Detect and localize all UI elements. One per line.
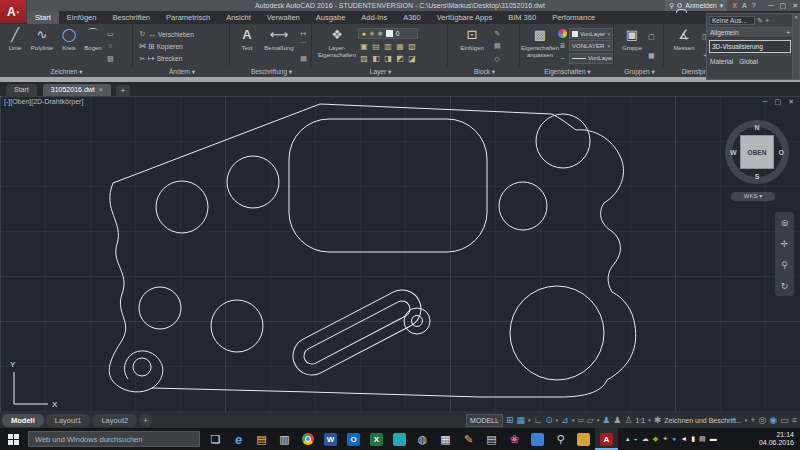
palette-pick-icon[interactable]: ✎ (757, 17, 763, 25)
help-icon[interactable]: ? (752, 2, 756, 9)
panel-label-layer[interactable]: Layer ▾ (313, 66, 448, 77)
ribbon-tab-beschriften[interactable]: Beschriften (104, 11, 158, 24)
taskbar-autocad[interactable]: A (595, 428, 618, 450)
workspace-gear-icon[interactable]: ✱ (654, 413, 662, 427)
color-wheel-icon[interactable] (558, 29, 567, 38)
viewport-controls-label[interactable]: [-][Oben][2D-Drahtkörper] (4, 98, 83, 105)
layer-tool-icon[interactable]: ▤ (370, 41, 382, 53)
viewcube[interactable]: N S W O OBEN (721, 116, 793, 188)
layer-tool-icon[interactable]: ◧ (370, 53, 382, 65)
status-grid-display[interactable]: ▦ (516, 413, 525, 427)
taskbar-design-tool[interactable]: ✎ (457, 428, 480, 450)
tray-icon-2[interactable]: ☁ (642, 428, 649, 450)
ribbon-tab-verwalten[interactable]: Verwalten (259, 11, 308, 24)
zoom-icon[interactable]: ⚲ (781, 260, 788, 270)
palette-category-general[interactable]: Allgemein + (707, 27, 793, 38)
signin-label[interactable]: Anmelden (685, 2, 717, 9)
palette-add-icon[interactable]: + (765, 17, 769, 24)
compass-west[interactable]: W (730, 149, 737, 156)
measure-button[interactable]: ∡ Messen (668, 26, 700, 66)
layout2-tab[interactable]: Layout2 (92, 414, 137, 427)
tray-icon-6[interactable]: ◄ (680, 428, 687, 450)
palette-category-3d[interactable]: 3D-Visualisierung (709, 40, 791, 53)
model-tab[interactable]: Modell (2, 414, 44, 427)
rotate-icon[interactable]: ↻ (140, 29, 146, 38)
taskbar-word[interactable]: W (319, 428, 342, 450)
search-icon[interactable]: ⚲ (669, 2, 674, 10)
panel-label-beschriftung[interactable]: Beschriftung ▾ (231, 66, 312, 77)
file-tab-start[interactable]: Start (6, 84, 37, 96)
ribbon-tab-bim-360[interactable]: BIM 360 (500, 11, 544, 24)
autodesk-apps-icon[interactable]: A (742, 2, 747, 9)
text-button[interactable]: A Text (234, 26, 260, 66)
model-space-indicator[interactable]: MODELL (466, 414, 503, 427)
layout1-tab[interactable]: Layout1 (46, 414, 91, 427)
panel-label-ändern[interactable]: Ändern ▾ (134, 66, 230, 77)
circle-button[interactable]: ◯ Kreis (57, 26, 81, 66)
panel-label-zeichnen[interactable]: Zeichnen ▾ (0, 66, 133, 77)
taskbar-media-tool[interactable]: ❀ (503, 428, 526, 450)
file-tab-drawing[interactable]: 31052016.dwt × (43, 84, 111, 96)
status-polar-tracking[interactable]: ⊙ (545, 413, 553, 427)
tray-icon-3[interactable]: ◆ (653, 428, 658, 450)
ribbon-tab-start[interactable]: Start (27, 11, 59, 24)
mirror-icon[interactable]: ⋈ (139, 41, 146, 50)
taskbar-excel[interactable]: X (365, 428, 388, 450)
table-icon[interactable]: ▤ (300, 54, 307, 63)
minimize-button[interactable]: ─ (769, 0, 774, 11)
annotation-plus-icon[interactable]: + (750, 413, 755, 427)
move-button[interactable]: ↔ Verschieben (148, 30, 194, 39)
status-object-snap-dropdown[interactable]: ▾ (572, 417, 575, 423)
workspace-switcher[interactable]: Zeichnen und Beschrift... (664, 417, 741, 424)
layer-tool-icon[interactable]: ◪ (406, 53, 418, 65)
taskbar-file-explorer[interactable]: ▤ (250, 428, 273, 450)
layer-tool-icon[interactable]: ▥ (382, 41, 394, 53)
ribbon-tab-verfügbare-apps[interactable]: Verfügbare Apps (429, 11, 500, 24)
block-edit-icon[interactable]: ✎ (494, 29, 500, 38)
layer-tool-icon[interactable]: ◩ (394, 53, 406, 65)
arc-dimension-icon[interactable]: ⌒ (300, 41, 307, 50)
taskbar-blocks-tool[interactable] (572, 428, 595, 450)
orbit-icon[interactable]: ↻ (781, 281, 789, 291)
status-grid-display-dropdown[interactable]: ▾ (528, 417, 531, 423)
status-annotation-autoscale[interactable]: ♟ (613, 413, 621, 427)
taskbar-cad-viewer[interactable] (388, 428, 411, 450)
taskbar-outlook[interactable]: O (342, 428, 365, 450)
status-performance-monitor[interactable]: ▭ (780, 413, 789, 427)
taskbar-task-view[interactable]: ❏ (204, 428, 227, 450)
taskbar-internet-globe[interactable]: ◍ (411, 428, 434, 450)
lineweight-icon[interactable]: ┈ (560, 54, 564, 63)
insert-block-button[interactable]: ⊡ Einfügen (452, 26, 492, 66)
layer-tool-icon[interactable]: ◨ (382, 53, 394, 65)
taskbar-chrome[interactable] (296, 428, 319, 450)
layer-tool-icon[interactable]: ▧ (406, 41, 418, 53)
ribbon-tab-ausgabe[interactable]: Ausgabe (308, 11, 354, 24)
tray-icon-7[interactable]: ▮ (691, 428, 695, 450)
taskbar-document-tool[interactable]: ▤ (480, 428, 503, 450)
tray-icon-1[interactable]: ◒ (634, 428, 638, 450)
status-polar-tracking-dropdown[interactable]: ▾ (556, 417, 559, 423)
lineweight-dropdown[interactable]: VONLAYER ▾ (569, 40, 613, 51)
scale-dropdown-icon[interactable]: ▾ (648, 417, 651, 423)
linetype-icon[interactable]: ≣ (560, 41, 566, 50)
status-snap-mode[interactable]: ⊞ (506, 413, 514, 427)
new-drawing-tab-button[interactable]: + (116, 85, 130, 96)
viewcube-top-face[interactable]: OBEN (740, 135, 774, 169)
taskbar-clock[interactable]: 21:14 04.06.2016 (759, 431, 794, 447)
ribbon-tab-ansicht[interactable]: Ansicht (218, 11, 259, 24)
signin-area[interactable]: ⚲ Anmelden ▾ (665, 0, 727, 11)
ribbon-tab-performance[interactable]: Performance (544, 11, 603, 24)
hatch-icon[interactable]: ▨ (107, 54, 114, 63)
status-ortho-mode[interactable]: ∟ (533, 413, 542, 427)
status-customization-menu[interactable]: ≡ (792, 413, 797, 427)
taskbar-search-tool[interactable]: ⚲ (549, 428, 572, 450)
arc-button[interactable]: ⌒ Bogen (81, 26, 105, 66)
restore-button[interactable]: ▢ (780, 0, 787, 11)
ribbon-tab-einfügen[interactable]: Einfügen (59, 11, 105, 24)
ribbon-tab-a360[interactable]: A360 (395, 11, 429, 24)
selection-dropdown[interactable]: Keine Auswahl (709, 16, 755, 25)
palette-close-icon[interactable]: ✕ (794, 14, 798, 21)
panel-label-eigenschaften[interactable]: Eigenschaften ▾ (521, 66, 614, 77)
layer-properties-button[interactable]: ❖ Layer- Eigenschaften (316, 26, 358, 66)
rectangle-icon[interactable]: ▭ (107, 29, 114, 38)
